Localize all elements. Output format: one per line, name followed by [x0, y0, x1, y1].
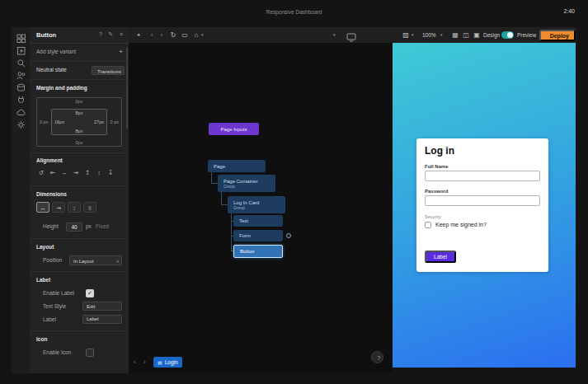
- height-unit[interactable]: px: [86, 221, 92, 232]
- label-value-row: Label: [30, 314, 129, 325]
- text-style-edit-button[interactable]: Edit: [82, 302, 122, 311]
- current-page-badge[interactable]: ▤ Login: [153, 357, 182, 368]
- node-label: Text: [239, 218, 283, 223]
- plugins-icon[interactable]: [16, 95, 26, 105]
- publish-cloud-icon[interactable]: [16, 107, 26, 117]
- design-mode-label[interactable]: Design: [483, 27, 500, 43]
- add-style-variant-label: Add style variant: [36, 46, 76, 58]
- canvas[interactable]: Page Inputs Page Page Container Group Lo…: [129, 43, 393, 373]
- text-style-row: Text Style Edit: [30, 301, 129, 312]
- node-login-card[interactable]: Log In Card Group: [228, 196, 285, 213]
- label-value-input[interactable]: [82, 315, 122, 324]
- view-split-icon[interactable]: ◫: [461, 27, 471, 43]
- size-fill-icon[interactable]: ⇥: [52, 202, 65, 213]
- toggle-knob: [507, 32, 513, 38]
- align-right-icon[interactable]: ⇥: [71, 168, 81, 178]
- breadcrumb-forward-icon[interactable]: ›: [143, 357, 146, 368]
- padding-top-value[interactable]: 8px: [52, 110, 106, 115]
- canvas-background-chevron-icon[interactable]: ▾: [412, 27, 414, 43]
- help-icon[interactable]: ?: [99, 31, 102, 37]
- refresh-icon[interactable]: ↻: [168, 27, 178, 43]
- align-top-icon[interactable]: ↥: [82, 168, 92, 178]
- transitions-button[interactable]: Transitions: [92, 66, 125, 75]
- selected-element-title: Button: [36, 31, 56, 39]
- zoom-chevron-icon[interactable]: ▾: [440, 27, 443, 43]
- insert-plus-icon[interactable]: +: [134, 27, 143, 43]
- size-fixed-icon[interactable]: ↔: [36, 202, 49, 213]
- reset-alignment-icon[interactable]: ↺: [36, 168, 46, 178]
- align-center-vertical-icon[interactable]: ↕: [94, 168, 104, 178]
- node-button-selected[interactable]: Button: [233, 245, 283, 258]
- layout-heading: Layout: [36, 244, 54, 250]
- panel-menu-icon[interactable]: ≡: [120, 31, 123, 37]
- height-row: Height px Fixed: [30, 221, 129, 232]
- node-page-container[interactable]: Page Container Group: [218, 175, 275, 192]
- add-variant-plus-icon[interactable]: +: [119, 46, 123, 58]
- home-chevron-icon[interactable]: ▾: [201, 27, 204, 43]
- align-center-horizontal-icon[interactable]: ↔: [59, 168, 69, 178]
- padding-left-value[interactable]: 16px: [54, 119, 64, 124]
- height-input[interactable]: [66, 222, 82, 232]
- node-page[interactable]: Page: [208, 160, 266, 172]
- padding-right-value[interactable]: 27px: [94, 119, 104, 124]
- activity-rail: [12, 27, 31, 373]
- align-bottom-icon[interactable]: ↧: [106, 168, 115, 178]
- settings-gear-icon[interactable]: [16, 119, 26, 129]
- preview-mode-label[interactable]: Preview: [517, 27, 536, 43]
- inspector-header: Button ? ✎ ≡: [30, 27, 129, 44]
- app-window: Responsive Dashboard 2:40 But: [0, 0, 588, 384]
- view-full-icon[interactable]: ▣: [472, 27, 482, 43]
- node-text[interactable]: Text: [233, 215, 283, 227]
- enable-label-row: Enable Label ✓: [30, 288, 129, 299]
- margin-top-value[interactable]: 0px: [37, 99, 121, 104]
- size-hug-icon[interactable]: ↕: [68, 202, 81, 213]
- enable-icon-checkbox[interactable]: [86, 349, 94, 357]
- deploy-button[interactable]: Deploy: [539, 30, 576, 41]
- login-submit-button[interactable]: Label: [425, 251, 456, 263]
- node-form[interactable]: Form: [233, 230, 283, 241]
- size-expand-icon[interactable]: ⇳: [83, 202, 96, 213]
- password-label: Password: [425, 189, 448, 194]
- device-monitor-icon[interactable]: [346, 30, 356, 40]
- align-left-icon[interactable]: ⇤: [48, 168, 58, 178]
- breadcrumb-back-icon[interactable]: ‹: [134, 357, 136, 368]
- current-page-name: Login: [165, 359, 178, 365]
- node-page-inputs[interactable]: Page Inputs: [209, 123, 259, 135]
- clock: 2:40: [563, 8, 575, 14]
- zoom-level[interactable]: 100%: [422, 27, 436, 43]
- margin-bottom-value[interactable]: 0px: [37, 140, 121, 145]
- divider: [30, 238, 129, 239]
- breakpoint-chevron-icon[interactable]: ▾: [333, 27, 336, 43]
- data-icon[interactable]: [16, 82, 26, 92]
- padding-bottom-value[interactable]: 8px: [52, 129, 106, 133]
- help-button[interactable]: ?: [371, 351, 383, 363]
- enable-icon-text: Enable Icon: [43, 347, 71, 358]
- frame-icon[interactable]: ▭: [180, 27, 190, 43]
- view-grid-icon[interactable]: ▦: [450, 27, 460, 43]
- password-input[interactable]: [425, 195, 540, 206]
- preview-toggle[interactable]: [501, 31, 514, 39]
- enable-label-checkbox[interactable]: ✓: [86, 289, 94, 297]
- margin-left-value[interactable]: 0 px: [40, 119, 48, 124]
- divider: [30, 185, 129, 186]
- canvas-background-icon[interactable]: ▨: [401, 27, 411, 43]
- full-name-label: Full Name: [425, 164, 449, 169]
- back-icon[interactable]: ‹: [147, 27, 157, 43]
- full-name-input[interactable]: [425, 171, 540, 181]
- node-label: Button: [240, 249, 282, 254]
- forward-icon[interactable]: ›: [157, 27, 167, 43]
- components-icon[interactable]: [16, 45, 26, 55]
- collaborators-icon[interactable]: [16, 70, 26, 80]
- home-icon[interactable]: ⌂: [191, 27, 201, 43]
- form-connection-port[interactable]: [286, 233, 291, 238]
- state-selector[interactable]: Neutral state: [36, 64, 67, 76]
- enable-icon-row: Enable Icon: [30, 347, 129, 358]
- edit-icon[interactable]: ✎: [108, 31, 113, 38]
- position-dropdown[interactable]: In Layout ▾: [69, 255, 122, 265]
- add-style-variant-row[interactable]: Add style variant +: [30, 46, 129, 58]
- inspector-scrollbar[interactable]: [126, 47, 128, 129]
- search-icon[interactable]: [16, 58, 26, 68]
- pages-icon[interactable]: [16, 33, 26, 43]
- keep-signed-in-checkbox[interactable]: [425, 222, 431, 228]
- margin-right-value[interactable]: 0 px: [111, 119, 119, 124]
